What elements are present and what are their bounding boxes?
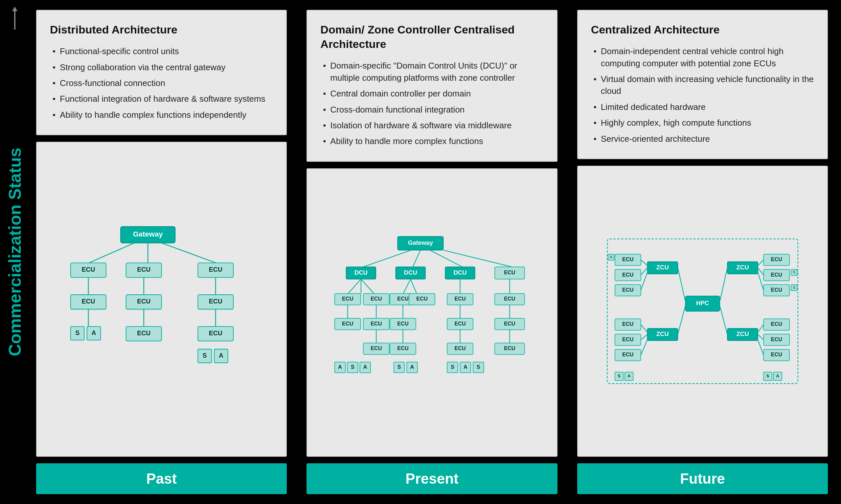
svg-line-51 xyxy=(361,279,374,293)
svg-line-160 xyxy=(758,335,763,340)
svg-text:ECU: ECU xyxy=(622,256,633,262)
main-container: Commercialization Status Distributed Arc… xyxy=(0,0,841,504)
present-bullet-2: Central domain controller per domain xyxy=(320,86,543,102)
svg-text:ECU: ECU xyxy=(397,345,409,351)
columns: Distributed Architecture Functional-spec… xyxy=(36,10,828,457)
svg-text:Gateway: Gateway xyxy=(133,230,163,238)
past-title: Distributed Architecture xyxy=(50,22,273,37)
vertical-axis: Commercialization Status xyxy=(0,0,30,504)
future-bullet-4: Highly complex, high compute functions xyxy=(591,115,814,131)
svg-text:A: A xyxy=(410,364,414,370)
bottom-labels: Past Present Future xyxy=(36,457,828,504)
svg-text:ECU: ECU xyxy=(371,345,382,351)
svg-text:A: A xyxy=(628,373,631,378)
svg-text:A: A xyxy=(219,352,223,359)
svg-text:ECU: ECU xyxy=(771,287,782,293)
past-bullet-5: Ability to handle complex functions inde… xyxy=(50,107,273,123)
svg-line-158 xyxy=(640,340,647,355)
present-diagram-svg: Gateway DCU DCU DCU xyxy=(314,176,550,450)
svg-line-40 xyxy=(444,250,512,267)
svg-text:ECU: ECU xyxy=(371,320,382,326)
svg-line-146 xyxy=(640,260,647,266)
svg-text:ECU: ECU xyxy=(504,345,515,351)
svg-text:S: S xyxy=(477,364,480,370)
svg-text:ECU: ECU xyxy=(82,266,95,273)
future-column: Centralized Architecture Domain-independ… xyxy=(577,10,828,457)
svg-text:HPC: HPC xyxy=(696,300,709,306)
svg-text:ECU: ECU xyxy=(342,295,353,302)
svg-text:ECU: ECU xyxy=(622,352,633,357)
svg-line-152 xyxy=(720,305,727,335)
svg-line-49 xyxy=(348,279,361,293)
svg-text:DCU: DCU xyxy=(454,269,467,276)
svg-line-150 xyxy=(678,305,685,335)
svg-line-159 xyxy=(758,325,763,332)
svg-line-38 xyxy=(413,250,420,267)
past-diagram-svg: Gateway ECU ECU xyxy=(44,149,279,450)
svg-text:ECU: ECU xyxy=(397,295,409,302)
svg-text:A: A xyxy=(610,255,612,259)
svg-line-155 xyxy=(758,272,763,290)
future-label: Future xyxy=(577,463,828,494)
present-bullet-1: Domain-specific "Domain Control Units (D… xyxy=(320,58,543,86)
svg-line-39 xyxy=(430,250,463,267)
svg-text:ECU: ECU xyxy=(504,320,515,326)
future-bullet-2: Virtual domain with increasing vehicle f… xyxy=(591,71,814,99)
svg-text:DCU: DCU xyxy=(355,269,367,276)
past-info-box: Distributed Architecture Functional-spec… xyxy=(36,10,287,135)
present-bullet-4: Isolation of hardware & software via mid… xyxy=(320,118,543,133)
present-bullet-3: Cross-domain functional integration xyxy=(320,102,543,118)
present-diagram: Gateway DCU DCU DCU xyxy=(307,168,557,457)
svg-text:Gateway: Gateway xyxy=(408,239,433,246)
svg-text:ECU: ECU xyxy=(771,336,782,342)
svg-line-37 xyxy=(363,250,411,267)
svg-text:ZCU: ZCU xyxy=(736,330,749,337)
svg-text:ECU: ECU xyxy=(622,336,633,342)
past-column: Distributed Architecture Functional-spec… xyxy=(36,10,287,457)
svg-text:ECU: ECU xyxy=(771,321,782,327)
svg-text:ECU: ECU xyxy=(371,295,382,302)
svg-text:ECU: ECU xyxy=(209,298,222,305)
future-bullet-3: Limited dedicated hardware xyxy=(591,99,814,115)
future-bullet-5: Service-oriented architecture xyxy=(591,131,814,147)
svg-text:S: S xyxy=(766,373,769,378)
svg-text:ECU: ECU xyxy=(455,320,466,326)
svg-text:S: S xyxy=(793,270,795,274)
svg-text:S: S xyxy=(793,285,795,289)
svg-text:DCU: DCU xyxy=(404,269,417,276)
svg-text:ECU: ECU xyxy=(455,295,466,302)
present-label: Present xyxy=(307,463,557,494)
future-diagram: ECU ECU ECU ECU ECU ECU xyxy=(577,166,828,457)
future-info-box: Centralized Architecture Domain-independ… xyxy=(577,10,828,159)
future-bullets: Domain-independent central vehicle contr… xyxy=(591,43,814,147)
svg-text:A: A xyxy=(464,364,467,370)
svg-text:A: A xyxy=(363,364,367,370)
svg-line-72 xyxy=(411,279,417,293)
present-bullets: Domain-specific "Domain Control Units (D… xyxy=(320,58,543,149)
svg-text:ECU: ECU xyxy=(771,352,782,357)
svg-text:ECU: ECU xyxy=(416,295,428,302)
svg-text:ECU: ECU xyxy=(504,295,515,302)
svg-line-148 xyxy=(640,272,647,290)
svg-text:ZCU: ZCU xyxy=(656,330,669,337)
svg-text:ZCU: ZCU xyxy=(736,264,749,271)
svg-text:ECU: ECU xyxy=(137,298,151,305)
svg-text:ECU: ECU xyxy=(137,329,151,337)
svg-text:ECU: ECU xyxy=(209,329,222,337)
svg-line-4 xyxy=(161,243,216,263)
axis-label: Commercialization Status xyxy=(5,148,24,356)
svg-text:ECU: ECU xyxy=(342,320,353,326)
past-bullet-4: Functional integration of hardware & sof… xyxy=(50,91,273,107)
past-diagram: Gateway ECU ECU xyxy=(36,142,287,457)
svg-text:A: A xyxy=(776,373,779,378)
svg-line-149 xyxy=(678,268,685,302)
svg-line-71 xyxy=(404,279,411,293)
future-diagram-svg: ECU ECU ECU ECU ECU ECU xyxy=(584,173,821,450)
svg-text:S: S xyxy=(75,329,80,336)
present-title: Domain/ Zone Controller Centralised Arch… xyxy=(320,22,543,51)
svg-text:ECU: ECU xyxy=(622,287,633,293)
svg-text:ECU: ECU xyxy=(504,269,515,275)
svg-text:S: S xyxy=(397,364,401,370)
future-bullet-1: Domain-independent central vehicle contr… xyxy=(591,43,814,71)
svg-text:ECU: ECU xyxy=(771,256,782,262)
